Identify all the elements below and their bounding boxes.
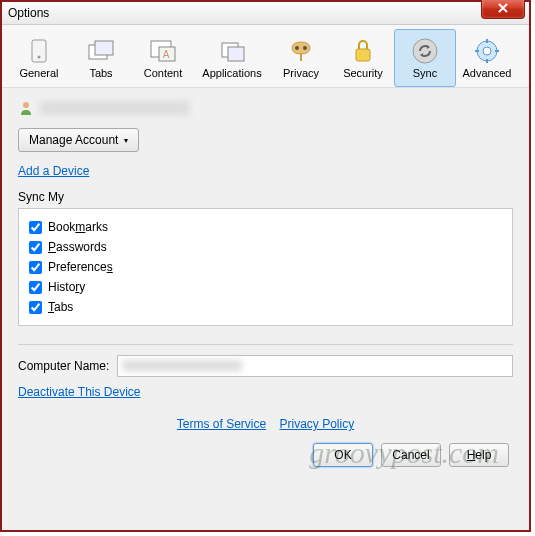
sync-icon (409, 37, 441, 65)
tab-tabs-label: Tabs (89, 67, 112, 79)
dialog-buttons: OK Cancel Help (18, 443, 513, 467)
svg-point-9 (295, 46, 299, 50)
cancel-button[interactable]: Cancel (381, 443, 441, 467)
add-device-link[interactable]: Add a Device (18, 164, 89, 178)
general-icon (23, 37, 55, 65)
tab-security[interactable]: Security (332, 29, 394, 87)
close-icon (498, 3, 508, 13)
svg-point-15 (483, 47, 491, 55)
sync-item-label: Passwords (48, 240, 107, 254)
sync-item-label: Bookmarks (48, 220, 108, 234)
tab-content[interactable]: A Content (132, 29, 194, 87)
manage-account-button[interactable]: Manage Account ▾ (18, 128, 139, 152)
svg-text:A: A (163, 49, 170, 60)
applications-icon (216, 37, 248, 65)
account-row (18, 100, 513, 116)
category-toolbar: General Tabs A Content Applications Priv… (2, 25, 529, 88)
sync-items-box: Bookmarks Passwords Preferences History … (18, 208, 513, 326)
privacy-policy-link[interactable]: Privacy Policy (280, 417, 355, 431)
tab-security-label: Security (343, 67, 383, 79)
tabs-icon (85, 37, 117, 65)
legal-links: Terms of Service Privacy Policy (18, 417, 513, 431)
sync-item-label: Preferences (48, 260, 113, 274)
tab-privacy-label: Privacy (283, 67, 319, 79)
sync-item-preferences[interactable]: Preferences (29, 257, 502, 277)
svg-point-10 (303, 46, 307, 50)
sync-item-bookmarks[interactable]: Bookmarks (29, 217, 502, 237)
advanced-icon (471, 37, 503, 65)
checkbox-bookmarks[interactable] (29, 221, 42, 234)
window-title: Options (8, 6, 49, 20)
checkbox-preferences[interactable] (29, 261, 42, 274)
computer-name-field[interactable] (117, 355, 513, 377)
account-email-redacted (40, 101, 190, 115)
tab-content-label: Content (144, 67, 183, 79)
options-window: Options General Tabs A Content (0, 0, 531, 532)
user-icon (18, 100, 34, 116)
terms-of-service-link[interactable]: Terms of Service (177, 417, 266, 431)
tab-tabs[interactable]: Tabs (70, 29, 132, 87)
tab-general[interactable]: General (8, 29, 70, 87)
svg-point-1 (38, 56, 41, 59)
sync-item-passwords[interactable]: Passwords (29, 237, 502, 257)
content-icon: A (147, 37, 179, 65)
sync-item-label: Tabs (48, 300, 73, 314)
tab-advanced[interactable]: Advanced (456, 29, 518, 87)
tab-privacy[interactable]: Privacy (270, 29, 332, 87)
sync-item-tabs[interactable]: Tabs (29, 297, 502, 317)
checkbox-passwords[interactable] (29, 241, 42, 254)
tab-sync[interactable]: Sync (394, 29, 456, 87)
svg-rect-11 (300, 53, 302, 61)
tab-sync-label: Sync (413, 67, 437, 79)
deactivate-device-link[interactable]: Deactivate This Device (18, 385, 141, 399)
security-icon (347, 37, 379, 65)
manage-account-label: Manage Account (29, 133, 118, 147)
tab-applications[interactable]: Applications (194, 29, 270, 87)
svg-point-13 (413, 39, 437, 63)
svg-rect-3 (95, 41, 113, 55)
titlebar: Options (2, 2, 529, 25)
tab-general-label: General (19, 67, 58, 79)
sync-section-label: Sync My (18, 190, 513, 204)
svg-rect-12 (356, 49, 370, 61)
svg-point-20 (23, 102, 29, 108)
checkbox-history[interactable] (29, 281, 42, 294)
sync-item-history[interactable]: History (29, 277, 502, 297)
privacy-icon (285, 37, 317, 65)
help-button[interactable]: Help (449, 443, 509, 467)
computer-name-row: Computer Name: (18, 355, 513, 377)
tab-advanced-label: Advanced (463, 67, 512, 79)
divider (18, 344, 513, 345)
svg-rect-0 (32, 40, 46, 62)
computer-name-label: Computer Name: (18, 359, 109, 373)
close-button[interactable] (481, 0, 525, 19)
checkbox-tabs[interactable] (29, 301, 42, 314)
computer-name-redacted (122, 360, 242, 371)
chevron-down-icon: ▾ (124, 136, 128, 145)
ok-button[interactable]: OK (313, 443, 373, 467)
content-area: Manage Account ▾ Add a Device Sync My Bo… (2, 88, 529, 475)
svg-rect-8 (228, 47, 244, 61)
sync-item-label: History (48, 280, 85, 294)
tab-applications-label: Applications (202, 67, 261, 79)
